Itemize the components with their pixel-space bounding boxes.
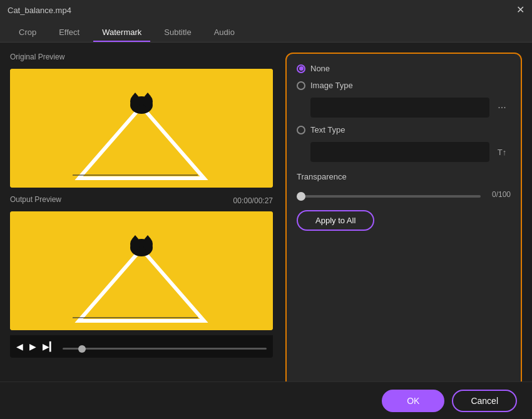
tab-subtitle[interactable]: Subtitle [155,24,200,42]
svg-point-11 [130,238,140,250]
playbar: ◀ ▶ ▶▎ [10,335,273,358]
image-type-option-row[interactable]: Image Type [297,81,511,90]
rewind-button[interactable]: ◀ [16,341,23,351]
svg-rect-0 [10,69,273,188]
transparence-slider-row: 0/100 [297,189,511,200]
timestamp: 00:00/00:27 [233,196,273,205]
original-preview [10,69,273,188]
bottom-bar: OK Cancel [0,381,532,419]
step-forward-button[interactable]: ▶▎ [43,341,56,351]
tab-crop[interactable]: Crop [10,24,45,42]
text-type-option-row[interactable]: Text Type [297,125,511,134]
tab-audio[interactable]: Audio [205,24,243,42]
image-type-label: Image Type [310,81,353,90]
original-preview-label: Original Preview [10,53,273,61]
watermark-box: None Image Type ··· Text Type T↑ Transp [285,53,522,409]
transparence-slider-container[interactable] [297,189,481,200]
text-format-button[interactable]: T↑ [493,143,511,161]
svg-point-12 [143,238,153,250]
text-type-label: Text Type [310,125,345,134]
output-preview-label: Output Preview [10,195,61,204]
image-type-radio[interactable] [297,81,305,90]
svg-rect-8 [10,211,273,330]
none-radio[interactable] [297,64,305,73]
transparence-label: Transparence [297,172,511,181]
original-preview-svg [10,69,273,188]
none-label: None [310,64,330,73]
transparence-slider[interactable] [297,195,481,198]
svg-point-4 [143,95,153,108]
window-title: Cat_balance.mp4 [8,6,71,15]
text-input-row: T↑ [310,142,511,162]
image-input-row: ··· [310,98,511,118]
output-header: Output Preview 00:00/00:27 [10,195,273,206]
close-button[interactable]: ✕ [516,5,524,15]
title-bar: Cat_balance.mp4 ✕ [0,0,532,20]
output-preview [10,211,273,330]
right-panel: None Image Type ··· Text Type T↑ Transp [285,53,522,409]
apply-to-all-button[interactable]: Apply to All [297,210,374,231]
output-preview-svg [10,211,273,330]
tab-effect[interactable]: Effect [50,24,88,42]
tab-bar: Crop Effect Watermark Subtitle Audio [0,20,532,43]
playbar-slider[interactable] [63,348,267,350]
tab-watermark[interactable]: Watermark [93,24,150,42]
cancel-button[interactable]: Cancel [452,390,517,412]
browse-image-button[interactable]: ··· [493,99,511,116]
transparence-value: 0/100 [487,190,511,199]
image-path-input[interactable] [310,98,489,118]
text-type-radio[interactable] [297,126,305,134]
none-option-row[interactable]: None [297,64,511,73]
svg-point-3 [130,95,140,108]
main-content: Original Preview Output Preview 00:00/00… [0,43,532,419]
ok-button[interactable]: OK [382,390,444,412]
watermark-text-input[interactable] [310,142,489,162]
playbar-slider-container[interactable] [63,341,267,352]
play-button[interactable]: ▶ [29,341,36,351]
left-panel: Original Preview Output Preview 00:00/00… [10,53,273,409]
